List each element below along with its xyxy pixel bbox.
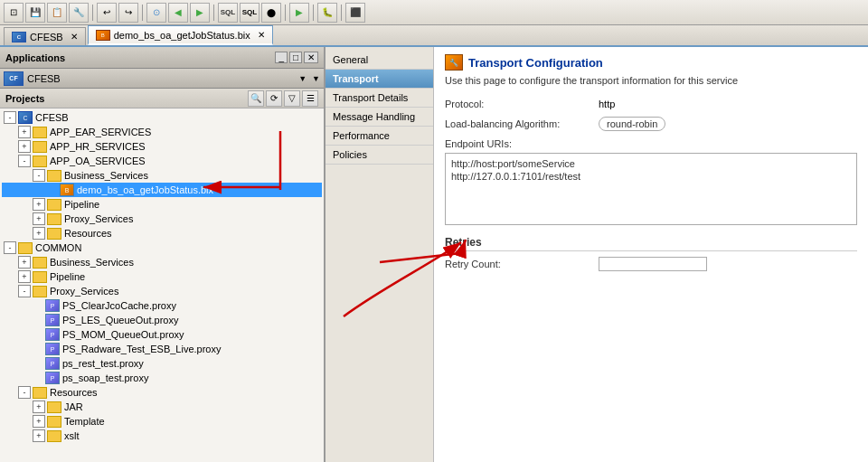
tree-item-ps-mom[interactable]: P PS_MOM_QueueOut.proxy [2,327,322,342]
toolbar-btn-2[interactable]: 💾 [25,3,45,23]
tree-label-ps-soap: ps_soap_test.proxy [62,372,148,383]
tab-cfesb-close[interactable]: ✕ [71,32,78,42]
tree-label-common: COMMON [35,242,81,253]
retry-count-input[interactable] [599,257,707,271]
sync-btn[interactable]: ⟳ [266,90,282,107]
toggle-app-hr[interactable]: + [18,140,31,153]
tab-cfesb[interactable]: C CFESB ✕ [4,27,86,45]
nav-transport-details[interactable]: Transport Details [326,89,433,108]
toolbar-btn-undo[interactable]: ↩ [97,3,117,23]
cfesb-dropdown-arrow[interactable]: ▼ [298,74,307,83]
toggle-cfesb[interactable]: - [4,111,16,124]
endpoint-2[interactable]: http://127.0.0.1:7101/rest/test [449,170,853,183]
toggle-proxy-svc[interactable]: + [33,212,45,225]
projects-title: Projects [5,93,44,104]
tree-item-res-xslt[interactable]: + xslt [2,429,322,443]
toggle-common-proxy[interactable]: - [18,285,31,297]
cfesb-selector[interactable]: CF CFESB ▼ ▼ [0,69,324,89]
toggle-resources[interactable]: + [33,227,45,240]
tree-item-common-bs[interactable]: + Business_Services [2,255,322,269]
toggle-app-ear[interactable]: + [18,126,31,138]
cfesb-panel-icon: CF [4,71,24,86]
toolbar-btn-redo[interactable]: ↪ [118,3,138,23]
folder-app-ear [33,127,47,138]
tree-label-demo: demo_bs_oa_getJobStatus.bix [77,184,213,195]
endpoint-box[interactable]: http://host:port/someService http://127.… [445,153,857,225]
config-btn[interactable]: ☰ [302,90,318,107]
load-balancing-label: Load-balancing Algorithm: [445,118,599,129]
nav-general[interactable]: General [326,51,433,70]
toolbar-btn-8[interactable]: SQL [240,3,259,23]
close-btn[interactable]: ✕ [304,52,318,63]
cfesb-menu-btn[interactable]: ▼ [312,74,320,83]
tree-item-ps-clear[interactable]: P PS_ClearJcoCache.proxy [2,298,322,313]
toggle-res-tpl[interactable]: + [33,415,45,428]
nav-message-handling[interactable]: Message Handling [326,108,433,127]
toolbar-btn-3[interactable]: 📋 [47,3,67,23]
tree-item-common-proxy[interactable]: - Proxy_Services [2,284,322,298]
toolbar-btn-bug[interactable]: 🐛 [317,3,337,23]
toggle-pipeline[interactable]: + [33,198,45,211]
toggle-res-jar[interactable]: + [33,401,45,413]
retries-section: Retries Retry Count: [445,236,857,271]
tree-item-common[interactable]: - COMMON [2,240,322,255]
nav-transport[interactable]: Transport [326,70,433,89]
toolbar-btn-run[interactable]: ▶ [289,3,309,23]
toolbar-btn-7[interactable]: ▶ [190,3,210,23]
tab-demo-close[interactable]: ✕ [258,30,265,40]
toolbar-btn-1[interactable]: ⊡ [4,3,24,23]
tree-item-cfesb[interactable]: - C CFESB [2,110,322,125]
folder-res-jar [47,401,61,413]
toggle-common-pipeline[interactable]: + [18,270,31,283]
toolbar-btn-9[interactable]: ⬤ [261,3,281,23]
tree-item-common-pipeline[interactable]: + Pipeline [2,269,322,284]
protocol-label: Protocol: [445,99,599,109]
nav-performance[interactable]: Performance [326,127,433,146]
tree-item-common-res[interactable]: - Resources [2,385,322,400]
tree-item-res-jar[interactable]: + JAR [2,400,322,414]
toolbar-btn-stop[interactable]: ⬛ [345,3,365,23]
tree-item-app-hr[interactable]: + APP_HR_SERVICES [2,139,322,154]
tree-item-app-ear[interactable]: + APP_EAR_SERVICES [2,125,322,139]
minimize-btn[interactable]: _ [275,52,288,63]
tree-label-ps-mom: PS_MOM_QueueOut.proxy [62,329,184,340]
tree-item-ps-radware[interactable]: P PS_Radware_Test_ESB_Live.proxy [2,342,322,356]
cfesb-label: CFESB [27,73,295,84]
tab-demo-label: demo_bs_oa_getJobStatus.bix [114,30,250,41]
toggle-res-xslt[interactable]: + [33,429,45,442]
search-btn[interactable]: 🔍 [248,90,264,107]
project-tree[interactable]: - C CFESB + APP_EAR_SERVICES + APP_HR_SE… [0,108,324,462]
folder-res-tpl [47,416,61,428]
toggle-bs[interactable]: - [33,169,45,182]
tree-item-ps-soap[interactable]: P ps_soap_test.proxy [2,371,322,385]
transport-config-title: Transport Configuration [468,56,603,70]
tree-item-app-oa[interactable]: - APP_OA_SERVICES [2,154,322,168]
toggle-common-res[interactable]: - [18,386,31,399]
tab-demo[interactable]: B demo_bs_oa_getJobStatus.bix ✕ [88,25,273,45]
tree-item-demo-file[interactable]: B demo_bs_oa_getJobStatus.bix [2,183,322,197]
tree-item-pipeline[interactable]: + Pipeline [2,197,322,212]
side-nav: General Transport Transport Details Mess… [326,47,434,462]
toolbar-btn-5[interactable]: ⊙ [146,3,166,23]
tree-item-resources[interactable]: + Resources [2,226,322,240]
toggle-common-bs[interactable]: + [18,256,31,269]
nav-policies[interactable]: Policies [326,146,433,165]
toggle-common[interactable]: - [4,241,16,254]
toolbar-btn-sql[interactable]: SQL [218,3,238,23]
sep4 [285,5,286,21]
tree-item-proxy-svc[interactable]: + Proxy_Services [2,212,322,226]
tree-item-ps-les[interactable]: P PS_LES_QueueOut.proxy [2,313,322,327]
tree-item-ps-rest[interactable]: P ps_rest_test.proxy [2,356,322,371]
sep6 [341,5,342,21]
endpoint-label: Endpoint URIs: [445,138,857,149]
filter-btn[interactable]: ▽ [284,90,300,107]
maximize-btn[interactable]: □ [289,52,302,63]
toolbar-btn-6[interactable]: ◀ [168,3,188,23]
toolbar-btn-4[interactable]: 🔧 [69,3,89,23]
file-ps-les: P [45,314,60,326]
endpoint-1[interactable]: http://host:port/someService [449,157,853,170]
toggle-app-oa[interactable]: - [18,155,31,167]
tree-item-res-tpl[interactable]: + Template [2,414,322,429]
folder-common-proxy [33,286,47,297]
tree-item-bs[interactable]: - Business_Services [2,168,322,183]
